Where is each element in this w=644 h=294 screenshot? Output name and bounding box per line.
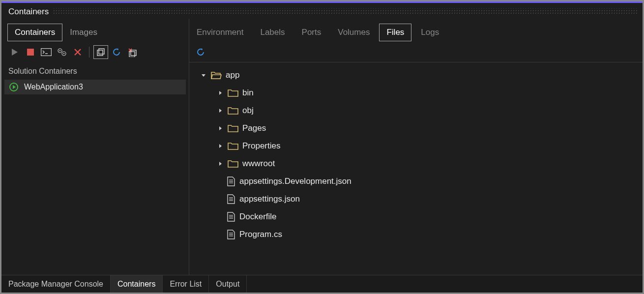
container-item-webapplication3[interactable]: WebApplication3 <box>4 80 186 94</box>
tree-label: obj <box>242 106 254 116</box>
file-icon <box>227 176 235 186</box>
bottom-tab-containers[interactable]: Containers <box>111 275 163 293</box>
tree-file-appsettings-dev[interactable]: appsettings.Development.json <box>191 173 641 190</box>
tab-logs[interactable]: Logs <box>413 24 446 41</box>
svg-point-3 <box>59 50 60 51</box>
file-icon <box>227 230 235 239</box>
gear-icon <box>57 48 67 57</box>
svg-rect-0 <box>41 49 52 56</box>
bottom-tab-output[interactable]: Output <box>209 275 247 293</box>
tree-label: appsettings.Development.json <box>239 176 351 186</box>
tree-label: Dockerfile <box>239 212 277 222</box>
tab-images[interactable]: Images <box>62 24 105 41</box>
tab-containers[interactable]: Containers <box>7 24 62 41</box>
prune-icon <box>127 47 138 57</box>
files-refresh-button[interactable] <box>193 45 208 59</box>
panel-title-row: Containers <box>1 3 643 19</box>
folder-icon <box>228 159 238 168</box>
tree-label: Properties <box>242 141 280 151</box>
folder-icon <box>228 124 238 133</box>
refresh-icon <box>196 47 205 57</box>
tab-files[interactable]: Files <box>379 24 411 41</box>
folder-open-icon <box>211 71 222 80</box>
tab-labels[interactable]: Labels <box>253 24 292 41</box>
folder-icon <box>228 142 238 150</box>
chevron-right-icon[interactable] <box>217 160 224 167</box>
panel-title: Containers <box>8 7 49 17</box>
solution-containers-label: Solution Containers <box>1 62 189 80</box>
start-button[interactable] <box>7 45 22 59</box>
tree-file-appsettings[interactable]: appsettings.json <box>191 190 641 208</box>
tree-label: bin <box>242 88 254 98</box>
svg-point-5 <box>63 53 64 54</box>
show-all-containers-button[interactable] <box>93 45 108 59</box>
tree-folder-obj[interactable]: obj <box>191 102 641 119</box>
container-item-label: WebApplication3 <box>24 83 83 91</box>
file-icon <box>227 212 235 222</box>
tree-label: appsettings.json <box>239 194 300 204</box>
tree-folder-wwwroot[interactable]: wwwroot <box>191 155 641 173</box>
chevron-right-icon[interactable] <box>217 107 224 114</box>
delete-button[interactable] <box>70 45 85 59</box>
stop-button[interactable] <box>23 45 38 59</box>
tree-folder-properties[interactable]: Properties <box>191 137 641 155</box>
tab-ports[interactable]: Ports <box>294 24 329 41</box>
tree-folder-bin[interactable]: bin <box>191 84 641 102</box>
left-toolbar <box>1 43 189 62</box>
tree-label: Program.cs <box>239 230 282 239</box>
tree-file-dockerfile[interactable]: Dockerfile <box>191 208 641 226</box>
tree-label: Pages <box>242 123 266 133</box>
container-list: WebApplication3 <box>1 80 189 94</box>
stop-icon <box>27 49 34 56</box>
folder-icon <box>228 106 238 115</box>
prune-button[interactable] <box>125 45 140 59</box>
svg-rect-8 <box>99 49 104 54</box>
bottom-output-tabs: Package Manager Console Containers Error… <box>1 275 643 293</box>
bottom-tab-errorlist[interactable]: Error List <box>163 275 209 293</box>
left-subtabs: Containers Images <box>1 19 189 43</box>
svg-rect-9 <box>97 50 103 56</box>
chevron-down-icon[interactable] <box>200 72 207 79</box>
file-icon <box>227 194 235 204</box>
play-icon <box>12 49 18 56</box>
tree-folder-pages[interactable]: Pages <box>191 119 641 137</box>
tree-label: app <box>226 70 239 80</box>
tree-folder-app[interactable]: app <box>191 66 641 84</box>
chevron-right-icon[interactable] <box>217 125 224 132</box>
settings-button[interactable] <box>55 45 69 59</box>
running-status-icon <box>9 83 18 91</box>
files-toolbar <box>189 43 643 62</box>
bottom-tab-pmc[interactable]: Package Manager Console <box>1 275 111 293</box>
folder-icon <box>228 88 238 97</box>
tab-volumes[interactable]: Volumes <box>330 24 377 41</box>
chevron-right-icon[interactable] <box>217 89 224 96</box>
refresh-icon <box>112 47 121 57</box>
grip-dots[interactable] <box>53 8 638 15</box>
toolbar-separator <box>89 47 89 58</box>
terminal-button[interactable] <box>39 45 54 59</box>
close-x-icon <box>74 48 82 56</box>
right-detail-tabs: Environment Labels Ports Volumes Files L… <box>189 19 643 43</box>
terminal-icon <box>41 48 52 56</box>
tab-environment[interactable]: Environment <box>189 24 251 41</box>
chevron-right-icon[interactable] <box>217 143 224 149</box>
svg-rect-13 <box>129 52 135 57</box>
tree-label: wwwroot <box>242 159 275 169</box>
containers-right-column: Environment Labels Ports Volumes Files L… <box>189 19 643 275</box>
file-tree[interactable]: app bin obj <box>189 62 643 275</box>
refresh-button[interactable] <box>109 45 124 59</box>
containers-left-column: Containers Images <box>1 19 189 275</box>
stacked-squares-icon <box>96 47 106 57</box>
tree-file-program-cs[interactable]: Program.cs <box>191 226 641 243</box>
